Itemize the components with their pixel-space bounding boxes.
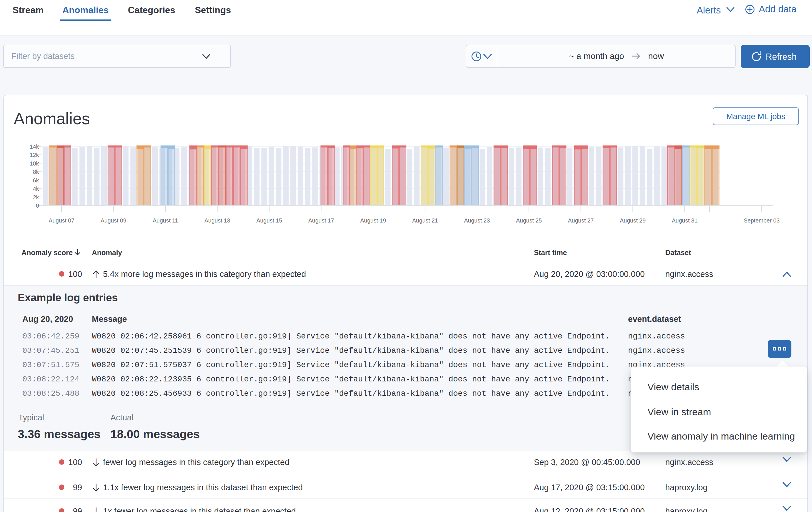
svg-text:August 17: August 17 bbox=[308, 217, 334, 224]
svg-text:August 23: August 23 bbox=[464, 217, 490, 224]
svg-text:August 31: August 31 bbox=[672, 217, 698, 224]
svg-text:August 19: August 19 bbox=[360, 217, 386, 224]
svg-text:14k: 14k bbox=[30, 143, 39, 150]
svg-text:August 21: August 21 bbox=[412, 217, 438, 224]
svg-text:August 13: August 13 bbox=[204, 217, 230, 224]
svg-text:August 09: August 09 bbox=[100, 217, 126, 224]
svg-text:September 03: September 03 bbox=[744, 217, 780, 224]
svg-text:August 29: August 29 bbox=[620, 217, 645, 224]
svg-text:August 15: August 15 bbox=[256, 217, 282, 224]
svg-text:10k: 10k bbox=[30, 160, 39, 167]
svg-text:12k: 12k bbox=[30, 152, 39, 158]
svg-text:4k: 4k bbox=[33, 186, 39, 192]
svg-text:August 07: August 07 bbox=[49, 217, 75, 224]
svg-text:8k: 8k bbox=[33, 169, 39, 175]
svg-text:August 27: August 27 bbox=[568, 217, 594, 224]
svg-text:2k: 2k bbox=[33, 194, 39, 200]
svg-text:August 11: August 11 bbox=[153, 217, 178, 224]
svg-text:6k: 6k bbox=[33, 177, 39, 184]
svg-text:August 25: August 25 bbox=[516, 217, 542, 224]
svg-text:0: 0 bbox=[36, 203, 39, 209]
